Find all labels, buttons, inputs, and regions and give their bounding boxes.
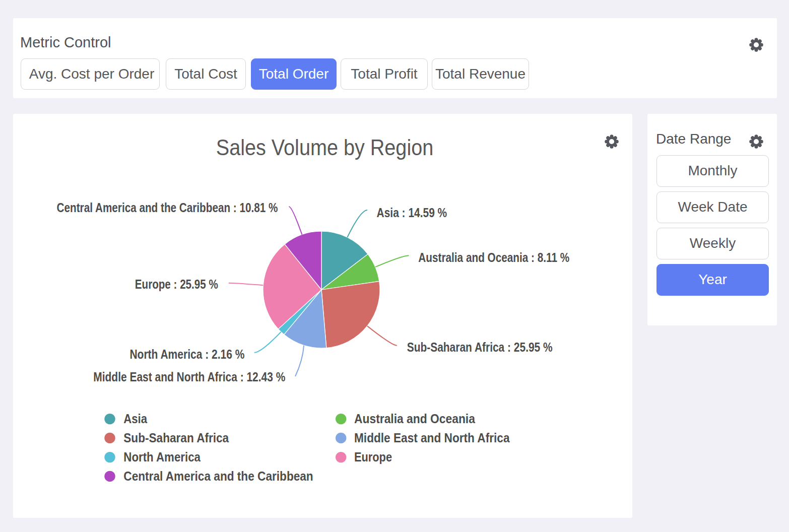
svg-text:Europe: Europe [354, 450, 392, 464]
svg-text:Central America and the Caribb: Central America and the Caribbean [123, 469, 313, 483]
svg-text:Central America and the Caribb: Central America and the Caribbean : 10.8… [57, 201, 278, 215]
svg-text:Europe : 25.95 %: Europe : 25.95 % [135, 277, 218, 291]
svg-text:Australia and Oceania: Australia and Oceania [354, 412, 476, 426]
svg-text:Sub-Saharan Africa : 25.95 %: Sub-Saharan Africa : 25.95 % [407, 340, 553, 354]
svg-text:Asia: Asia [123, 412, 148, 426]
svg-text:Australia and Oceania : 8.11 %: Australia and Oceania : 8.11 % [418, 250, 569, 264]
svg-text:Middle East and North Africa :: Middle East and North Africa : 12.43 % [93, 370, 285, 384]
svg-text:Sub-Saharan Africa: Sub-Saharan Africa [123, 431, 229, 445]
svg-text:North America: North America [123, 450, 201, 464]
svg-text:Asia : 14.59 %: Asia : 14.59 % [377, 206, 447, 220]
svg-text:North America : 2.16 %: North America : 2.16 % [129, 347, 244, 361]
svg-text:Middle East and North Africa: Middle East and North Africa [354, 431, 510, 445]
